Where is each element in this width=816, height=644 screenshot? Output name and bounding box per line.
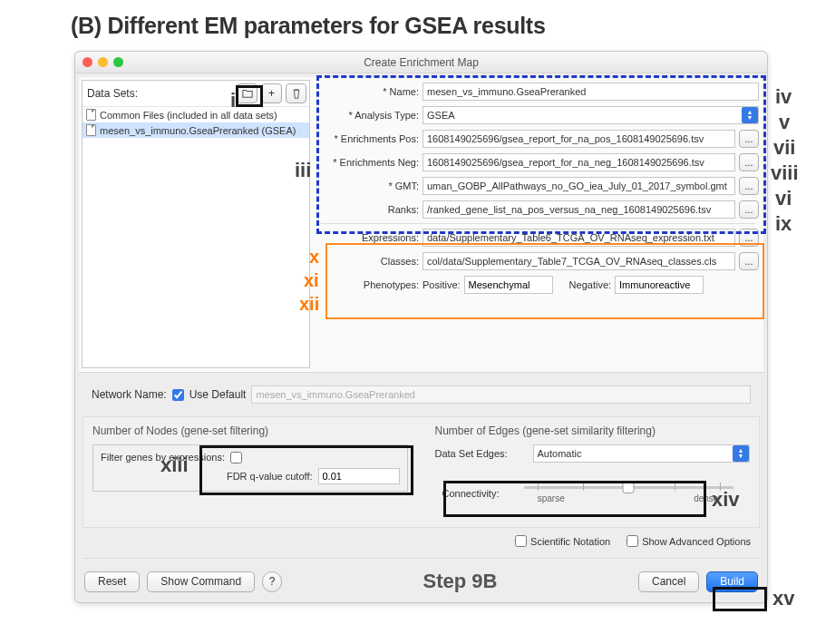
network-name-input — [251, 385, 751, 404]
show-command-button[interactable]: Show Command — [147, 571, 255, 592]
options-row: Scientific Notation Show Advanced Option… — [75, 532, 767, 554]
build-button[interactable]: Build — [706, 571, 758, 592]
classes-input[interactable] — [423, 252, 735, 270]
nodes-panel: Number of Nodes (gene-set filtering) Fil… — [92, 424, 408, 511]
network-name-label: Network Name: — [92, 388, 167, 401]
upper-panel: Data Sets: + Common Files (included in a… — [79, 77, 763, 373]
window-traffic-lights — [83, 57, 123, 67]
connectivity-label: Connectivity: — [442, 488, 510, 499]
folder-button[interactable] — [237, 83, 257, 103]
name-input[interactable] — [423, 83, 759, 101]
list-item-label: Common Files (included in all data sets) — [100, 110, 277, 121]
ann-vii: vii — [773, 136, 795, 160]
trash-icon — [291, 88, 302, 99]
ranks-input[interactable] — [423, 200, 735, 219]
browse-button[interactable]: ... — [739, 177, 759, 195]
ann-viii: viii — [771, 161, 799, 185]
cancel-button[interactable]: Cancel — [638, 571, 699, 592]
connectivity-slider[interactable]: sparse dense — [515, 480, 743, 507]
chevron-updown-icon: ▲▼ — [733, 445, 749, 462]
connectivity-row: Connectivity: sparse dense — [435, 475, 751, 511]
positive-input[interactable] — [464, 276, 553, 294]
list-item[interactable]: Common Files (included in all data sets) — [83, 107, 309, 122]
ann-iv: iv — [775, 85, 792, 109]
scientific-notation-label: Scientific Notation — [530, 536, 610, 547]
ann-ix: ix — [775, 212, 792, 236]
reset-button[interactable]: Reset — [84, 571, 140, 592]
use-default-checkbox[interactable] — [172, 389, 184, 401]
scientific-notation-checkbox[interactable] — [515, 535, 527, 547]
analysis-type-value: GSEA — [427, 110, 455, 121]
dense-label: dense — [694, 493, 718, 503]
show-advanced-checkbox[interactable] — [627, 535, 638, 547]
nodes-panel-title: Number of Nodes (gene-set filtering) — [92, 424, 408, 437]
enrich-pos-label: * Enrichments Pos: — [315, 133, 419, 144]
minimize-icon[interactable] — [98, 57, 108, 67]
chevron-updown-icon: ▲▼ — [742, 107, 758, 123]
browse-button[interactable]: ... — [739, 252, 759, 270]
step-label: Step 9B — [423, 570, 498, 593]
dataset-edges-value: Automatic — [538, 448, 582, 459]
dataset-edges-select[interactable]: Automatic ▲▼ — [533, 444, 751, 463]
folder-icon — [242, 88, 253, 99]
nodes-filter-box: Filter genes by expressions: FDR q-value… — [92, 444, 408, 492]
divider — [83, 558, 760, 559]
divider — [320, 223, 755, 224]
name-label: * Name: — [315, 86, 419, 97]
window-title: Create Enrichment Map — [364, 56, 479, 69]
dataset-edges-label: Data Set Edges: — [435, 448, 526, 459]
enrich-pos-input[interactable] — [423, 130, 735, 148]
negative-label: Negative: — [569, 279, 611, 290]
ann-vi: vi — [775, 187, 792, 210]
close-icon[interactable] — [83, 57, 92, 67]
analysis-type-label: * Analysis Type: — [315, 110, 419, 121]
document-icon — [86, 109, 96, 121]
phenotypes-label: Phenotypes: — [315, 279, 419, 290]
dialog-footer: Reset Show Command ? Step 9B Cancel Buil… — [75, 562, 767, 602]
filter-genes-checkbox[interactable] — [230, 452, 242, 463]
browse-button[interactable]: ... — [739, 200, 759, 219]
filter-panels: Number of Nodes (gene-set filtering) Fil… — [83, 416, 760, 528]
negative-input[interactable] — [615, 276, 704, 294]
list-item-label: mesen_vs_immuno.GseaPreranked (GSEA) — [100, 125, 296, 136]
classes-label: Classes: — [315, 256, 419, 267]
ranks-label: Ranks: — [315, 204, 419, 215]
edges-panel-title: Number of Edges (gene-set similarity fil… — [435, 424, 751, 437]
positive-label: Positive: — [423, 279, 461, 290]
show-advanced-label: Show Advanced Options — [642, 536, 751, 547]
help-button[interactable]: ? — [262, 571, 282, 592]
gmt-input[interactable] — [423, 177, 735, 195]
fdr-label: FDR q-value cutoff: — [227, 471, 313, 482]
add-button[interactable]: + — [261, 83, 282, 103]
datasets-label: Data Sets: — [85, 87, 233, 100]
sparse-label: sparse — [538, 493, 565, 503]
plus-icon: + — [268, 87, 275, 100]
fdr-input[interactable] — [318, 468, 400, 484]
figure-title: (B) Different EM parameters for GSEA res… — [0, 0, 816, 44]
datasets-list[interactable]: Common Files (included in all data sets)… — [83, 107, 309, 138]
dataset-form: * Name: * Analysis Type: GSEA ▲▼ * Enric… — [315, 80, 761, 369]
browse-button[interactable]: ... — [739, 229, 759, 247]
enrich-neg-label: * Enrichments Neg: — [315, 157, 419, 168]
list-item[interactable]: mesen_vs_immuno.GseaPreranked (GSEA) — [83, 122, 309, 138]
slider-thumb[interactable] — [623, 481, 635, 493]
analysis-type-select[interactable]: GSEA ▲▼ — [423, 106, 759, 124]
enrich-neg-input[interactable] — [423, 153, 735, 171]
zoom-icon[interactable] — [113, 57, 123, 67]
expressions-input[interactable] — [423, 229, 735, 247]
browse-button[interactable]: ... — [739, 130, 759, 148]
trash-button[interactable] — [286, 83, 306, 103]
network-name-row: Network Name: Use Default — [75, 376, 767, 413]
filter-genes-label: Filter genes by expressions: — [101, 452, 225, 463]
use-default-label: Use Default — [189, 388, 247, 401]
window-titlebar: Create Enrichment Map — [75, 52, 767, 73]
edges-panel: Number of Edges (gene-set similarity fil… — [435, 424, 751, 511]
ann-xv: xv — [772, 587, 794, 610]
ann-v: v — [779, 111, 790, 134]
dialog-window: Create Enrichment Map Data Sets: + Commo… — [74, 51, 768, 603]
gmt-label: * GMT: — [315, 181, 419, 191]
document-icon — [86, 124, 96, 136]
browse-button[interactable]: ... — [739, 153, 759, 171]
expressions-label: Expressions: — [315, 232, 419, 243]
datasets-panel: Data Sets: + Common Files (included in a… — [82, 80, 310, 368]
